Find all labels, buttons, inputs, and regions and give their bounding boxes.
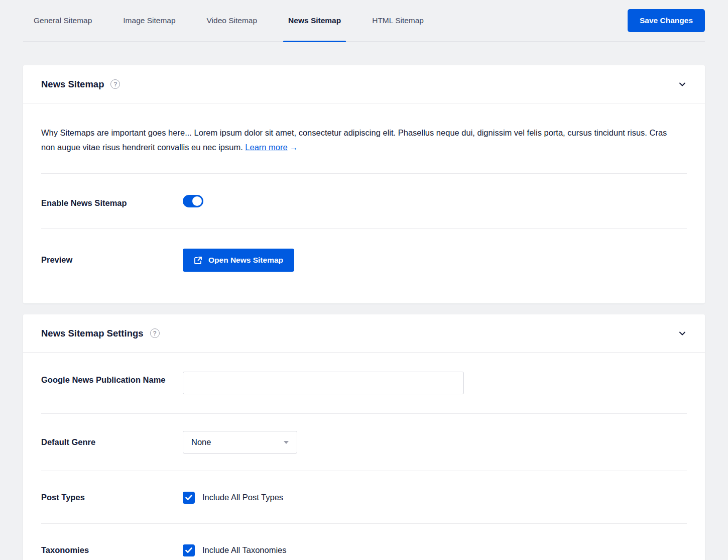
settings-card-header: News Sitemap Settings ? [23, 314, 705, 353]
enable-news-sitemap-row: Enable News Sitemap [41, 174, 687, 229]
include-all-post-types-label: Include All Post Types [202, 490, 283, 504]
learn-more-arrow-icon: → [290, 143, 298, 152]
help-icon[interactable]: ? [150, 328, 160, 338]
include-all-post-types-checkbox[interactable] [183, 492, 195, 504]
tab-video-sitemap[interactable]: Video Sitemap [207, 0, 258, 41]
tab-news-sitemap[interactable]: News Sitemap [288, 0, 341, 41]
toggle-knob [192, 196, 202, 206]
select-caret-icon [284, 441, 289, 444]
default-genre-selected-value: None [191, 437, 211, 447]
publication-name-input[interactable] [183, 372, 464, 394]
description-row: Why Sitemaps are important goes here... … [41, 103, 687, 174]
help-icon[interactable]: ? [110, 79, 120, 89]
chevron-down-icon[interactable] [678, 329, 687, 338]
post-types-label: Post Types [41, 490, 183, 504]
post-types-row: Post Types Include All Post Types [41, 471, 687, 524]
description-text: Why Sitemaps are important goes here... … [41, 126, 673, 155]
preview-label: Preview [41, 249, 183, 267]
enable-news-sitemap-toggle[interactable] [183, 195, 203, 207]
page-container: General Sitemap Image Sitemap Video Site… [23, 0, 705, 560]
enable-news-sitemap-label: Enable News Sitemap [41, 192, 183, 210]
taxonomies-row: Taxonomies Include All Taxonomies [41, 524, 687, 560]
save-changes-button[interactable]: Save Changes [628, 9, 705, 32]
include-all-taxonomies-checkbox[interactable] [183, 544, 195, 556]
include-all-taxonomies-label: Include All Taxonomies [202, 543, 287, 557]
tab-html-sitemap[interactable]: HTML Sitemap [372, 0, 424, 41]
default-genre-label: Default Genre [41, 431, 183, 449]
publication-name-label: Google News Publication Name [41, 372, 183, 387]
news-sitemap-card: News Sitemap ? Why Sitemaps are importan… [23, 65, 705, 303]
settings-card-body: Google News Publication Name Default Gen… [23, 353, 705, 560]
sitemap-tabbar: General Sitemap Image Sitemap Video Site… [23, 0, 705, 42]
news-sitemap-card-header: News Sitemap ? [23, 65, 705, 103]
learn-more-link[interactable]: Learn more [245, 143, 287, 152]
open-news-sitemap-button[interactable]: Open News Sitemap [183, 249, 294, 272]
news-sitemap-settings-card: News Sitemap Settings ? Google News Publ… [23, 314, 705, 560]
default-genre-row: Default Genre None [41, 414, 687, 471]
publication-name-row: Google News Publication Name [41, 353, 687, 414]
news-sitemap-card-body: Why Sitemaps are important goes here... … [23, 103, 705, 303]
chevron-down-icon[interactable] [678, 80, 687, 89]
taxonomies-label: Taxonomies [41, 543, 183, 557]
preview-row: Preview Open News Sitemap [41, 229, 687, 303]
external-link-icon [194, 256, 202, 265]
description-copy: Why Sitemaps are important goes here... … [41, 128, 667, 152]
tab-image-sitemap[interactable]: Image Sitemap [123, 0, 175, 41]
default-genre-select[interactable]: None [183, 431, 297, 454]
tab-general-sitemap[interactable]: General Sitemap [34, 0, 92, 41]
settings-card-title: News Sitemap Settings [41, 328, 144, 339]
open-news-sitemap-button-label: Open News Sitemap [208, 256, 283, 265]
card-title: News Sitemap [41, 79, 104, 90]
